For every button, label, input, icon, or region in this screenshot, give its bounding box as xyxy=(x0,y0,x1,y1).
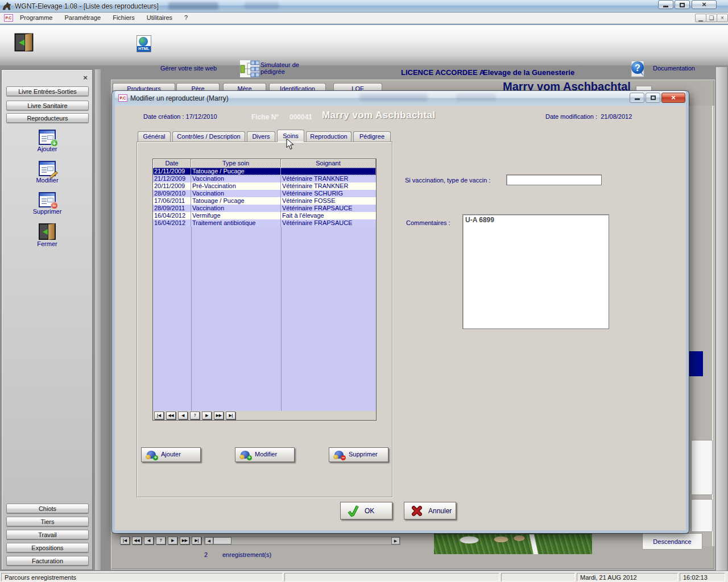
nav-first-button[interactable]: |◀ xyxy=(120,537,130,544)
sidebar-close-window-button[interactable]: Fermer xyxy=(30,223,64,247)
table-row[interactable]: 21/11/2009Tatouage / Pucage xyxy=(153,168,376,175)
nav-first-button[interactable]: |◀ xyxy=(154,411,164,419)
dialog-tabs: Général Contrôles / Description Divers S… xyxy=(138,130,392,142)
mdi-minimize-button[interactable]: ▁ xyxy=(695,14,706,22)
tab-pedigree[interactable]: Pédigree xyxy=(353,131,391,142)
manage-website-icon[interactable]: HTML xyxy=(136,35,151,52)
care-table-body: 21/11/2009Tatouage / Pucage 21/12/2009Va… xyxy=(153,168,376,411)
table-row[interactable]: 28/09/2010VaccinationVétérinaire SCHURIG xyxy=(153,190,376,197)
app-dog-icon xyxy=(2,2,13,11)
delete-record-icon: − xyxy=(39,192,56,207)
ghost-artifact xyxy=(168,2,218,10)
pedigree-simulator-label[interactable]: Simulateur de pédigrée xyxy=(260,61,299,75)
mdi-close-button[interactable]: × xyxy=(717,14,728,22)
nav-prev-button[interactable]: ◀ xyxy=(178,411,188,419)
menu-programme[interactable]: Programme xyxy=(15,13,57,24)
svg-text:?: ? xyxy=(635,63,640,73)
documentation-icon[interactable]: ? xyxy=(630,60,646,77)
toolbar: HTML Gérer votre site web Simulateur de … xyxy=(0,24,728,65)
tab-controles-description[interactable]: Contrôles / Description xyxy=(172,131,245,142)
sidebar-edit-button[interactable]: Modifier xyxy=(30,161,64,184)
ok-button[interactable]: OK xyxy=(340,502,392,519)
column-header-soignant[interactable]: Soignant xyxy=(281,159,376,168)
nav-next-button[interactable]: ▶ xyxy=(202,411,212,419)
sidebar-item-tiers[interactable]: Tiers xyxy=(6,517,89,526)
dialog-minimize-button[interactable] xyxy=(630,93,644,103)
dialog-restore-button[interactable] xyxy=(646,93,660,103)
table-row[interactable]: 16/04/2012Traitement antibiotiqueVétérin… xyxy=(153,219,376,227)
sidebar-item-expositions[interactable]: Expositions xyxy=(6,543,89,552)
table-row[interactable]: 28/09/2011VaccinationVétérinaire FRAPSAU… xyxy=(153,205,376,212)
comments-textarea[interactable]: U-A 6899 xyxy=(462,214,609,329)
pedigree-simulator-icon[interactable] xyxy=(240,60,259,77)
sidebar-item-livre-sanitaire[interactable]: Livre Sanitaire xyxy=(6,101,89,110)
nav-fast-prev-button[interactable]: ◀◀ xyxy=(132,537,142,544)
documentation-label[interactable]: Documentation xyxy=(653,65,695,72)
cancel-button[interactable]: Annuler xyxy=(404,502,456,519)
tab-reproduction[interactable]: Reproduction xyxy=(306,131,351,142)
sidebar-delete-button[interactable]: − Supprimer xyxy=(30,192,64,215)
status-time: 16:02:13 xyxy=(680,573,725,581)
sidebar-item-reproducteurs[interactable]: Reproducteurs xyxy=(6,113,89,123)
menu-parametrage[interactable]: Paramétrage xyxy=(60,13,106,24)
manage-website-label[interactable]: Gérer votre site web xyxy=(160,65,217,72)
main-titlebar: WGNT-Elevage 1.08 - [Liste des reproduct… xyxy=(0,0,728,13)
dog-photo xyxy=(434,533,592,554)
sidebar-close-icon[interactable]: × xyxy=(81,73,90,82)
nav-search-button[interactable]: ? xyxy=(190,411,200,419)
sidebar-item-travail[interactable]: Travail xyxy=(6,530,89,539)
window-title: WGNT-Elevage 1.08 - [Liste des reproduct… xyxy=(15,2,159,10)
exit-door-icon[interactable] xyxy=(15,34,34,52)
sidebar-item-chiots[interactable]: Chiots xyxy=(6,504,89,513)
nav-search-button[interactable]: ? xyxy=(156,537,166,544)
dialog-body: Date création : 17/12/2010 Fiche N° 0000… xyxy=(115,106,686,530)
bg-right-box xyxy=(691,499,713,532)
nav-fast-next-button[interactable]: ▶▶ xyxy=(214,411,224,419)
restore-button[interactable] xyxy=(675,0,690,9)
menu-fichiers[interactable]: Fichiers xyxy=(107,13,140,24)
sidebar-item-facturation[interactable]: Facturation xyxy=(6,556,89,566)
nav-prev-button[interactable]: ◀ xyxy=(144,537,154,544)
screen: WGNT-Elevage 1.08 - [Liste des reproduct… xyxy=(0,0,728,582)
add-record-icon: + xyxy=(39,130,56,145)
nav-last-button[interactable]: ▶| xyxy=(226,411,235,419)
table-row[interactable]: 21/12/2009VaccinationVétérinaire TRANKNE… xyxy=(153,175,376,182)
record-count: 2 xyxy=(204,551,208,558)
bg-horizontal-scrollbar[interactable]: ◀ ▶ xyxy=(204,537,400,545)
sidebar-add-button[interactable]: + Ajouter xyxy=(30,130,64,152)
column-header-type-soin[interactable]: Type soin xyxy=(191,159,281,168)
tab-divers[interactable]: Divers xyxy=(247,131,275,142)
comments-label: Commentaires : xyxy=(406,219,450,226)
add-care-button[interactable]: + Ajouter xyxy=(141,447,201,462)
status-panel xyxy=(284,573,499,581)
sidebar-item-livre-entrees-sorties[interactable]: Livre Entrées-Sorties xyxy=(6,86,89,96)
table-row[interactable]: 17/06/2011Tatouage / PucageVétérinaire F… xyxy=(153,197,376,205)
ghost-artifact xyxy=(456,94,496,101)
nav-fast-prev-button[interactable]: ◀◀ xyxy=(166,411,176,419)
vaccine-input[interactable] xyxy=(506,174,602,185)
edit-care-button[interactable]: + Modifier xyxy=(235,447,295,462)
minimize-button[interactable] xyxy=(658,0,673,9)
bg-right-box xyxy=(691,440,713,495)
statusbar: Parcours enregistrements Mardi, 21 AUG 2… xyxy=(0,571,728,582)
close-button[interactable]: × xyxy=(692,0,717,9)
mdi-restore-button[interactable]: ❏ xyxy=(706,14,717,22)
door-icon xyxy=(39,223,56,240)
nav-next-button[interactable]: ▶ xyxy=(168,537,177,544)
table-row[interactable]: 20/11/2009Pré-VaccinationVétérinaire TRA… xyxy=(153,182,376,190)
dialog-dog-name: Marry vom Aschbachtal xyxy=(322,110,436,121)
ghost-artifact xyxy=(359,94,428,101)
tab-general[interactable]: Général xyxy=(138,131,171,142)
splitter[interactable] xyxy=(95,69,101,570)
nav-last-button[interactable]: ▶| xyxy=(192,537,201,544)
column-header-date[interactable]: Date xyxy=(153,159,191,168)
nav-fast-next-button[interactable]: ▶▶ xyxy=(180,537,189,544)
menu-help[interactable]: ? xyxy=(179,13,193,24)
table-row[interactable]: 16/04/2012VermifugeFait à l'élevage xyxy=(153,212,376,219)
html-badge: HTML xyxy=(137,46,151,52)
menu-utilitaires[interactable]: Utilitaires xyxy=(142,13,177,24)
fiche-number: 000041 xyxy=(289,113,312,121)
dialog-close-button[interactable]: × xyxy=(661,93,685,103)
descendance-button[interactable]: Descendance xyxy=(642,533,702,550)
delete-care-button[interactable]: − Supprimer xyxy=(329,447,388,462)
